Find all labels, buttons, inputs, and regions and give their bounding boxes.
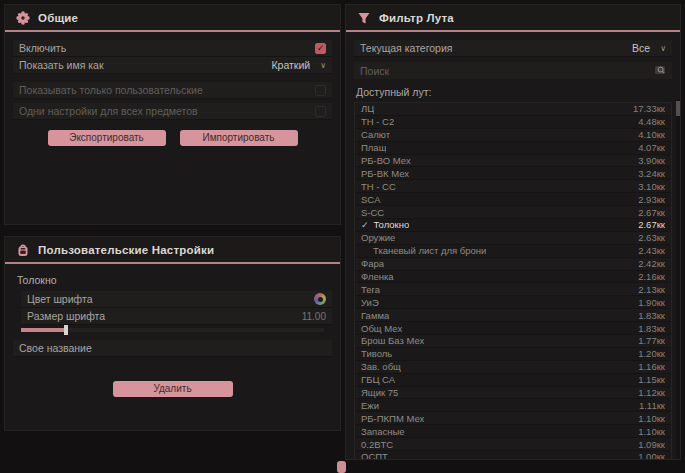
user-settings-title: Пользовательские Настройки — [38, 244, 214, 256]
loot-item-name: S-СС — [361, 207, 384, 218]
category-value: Все — [632, 42, 650, 54]
loot-item-value: 1.11кк — [639, 400, 665, 411]
loot-item-row[interactable]: Брош Баз Мех1.77кк — [355, 335, 671, 348]
same-settings-label: Одни настройки для всех предметов — [19, 105, 198, 117]
loot-item-name: Оружие — [361, 232, 395, 243]
loot-item-name: SCA — [361, 194, 381, 205]
loot-item-row[interactable]: Плащ4.07кк — [355, 142, 671, 155]
gear-icon — [15, 10, 30, 25]
loot-item-value: 1.77кк — [638, 335, 665, 346]
chevron-down-icon: ∨ — [320, 61, 326, 70]
font-size-slider[interactable] — [21, 328, 324, 332]
loot-list: ЛЦ17.33ккТН - С24.48ккСалют4.10ккПлащ4.0… — [354, 102, 672, 460]
loot-item-value: 1.83кк — [638, 323, 665, 334]
loot-item-row[interactable]: Тега2.13кк — [355, 283, 671, 296]
loot-item-row[interactable]: РБ-ПКПМ Мех1.10кк — [355, 412, 671, 425]
available-loot-label: Доступный лут: — [356, 86, 670, 98]
loot-item-value: 1.12кк — [638, 387, 665, 398]
loot-item-name: РБ-ПКПМ Мех — [361, 413, 424, 424]
loot-list-scrollbar[interactable] — [676, 99, 680, 460]
loot-item-name: Гамма — [361, 310, 389, 321]
loot-item-row[interactable]: ЛЦ17.33кк — [355, 103, 671, 116]
loot-item-value: 1.10кк — [638, 413, 665, 424]
loot-item-value: 1.09кк — [638, 439, 665, 450]
selected-item-label: Толокно — [17, 274, 328, 286]
general-settings-panel: Общие Включить ✓ Показать имя как Кратки… — [4, 4, 341, 225]
loot-item-row[interactable]: Зав. общ1.16кк — [355, 361, 671, 374]
enable-checkbox[interactable]: ✓ — [315, 43, 326, 54]
window-resize-handle[interactable] — [337, 461, 346, 473]
check-icon: ✓ — [361, 220, 369, 230]
show-name-as-row: Показать имя как Краткий ∨ — [13, 57, 332, 74]
loot-item-value: 2.43кк — [638, 245, 665, 256]
loot-item-row[interactable]: SCA2.93кк — [355, 193, 671, 206]
loot-item-value: 2.67кк — [638, 207, 665, 218]
show-name-as-label: Показать имя как — [19, 59, 104, 71]
show-name-as-value: Краткий — [271, 59, 310, 71]
loot-item-name: РБ-ВК Мех — [361, 168, 409, 179]
category-select[interactable]: Все ∨ — [632, 42, 666, 54]
scrollbar-thumb[interactable] — [676, 101, 680, 116]
loot-item-row[interactable]: S-СС2.67кк — [355, 206, 671, 219]
loot-item-name: Тега — [361, 284, 380, 295]
loot-item-row[interactable]: 0.2BTC1.09кк — [355, 438, 671, 451]
loot-item-row[interactable]: Фара2.42кк — [355, 258, 671, 271]
only-custom-label: Показывать только пользовательские — [19, 84, 203, 96]
loot-item-value: 17.33кк — [633, 103, 665, 114]
search-placeholder: Поиск — [360, 65, 389, 77]
font-size-value: 11.00 — [302, 311, 326, 322]
loot-item-row[interactable]: УиЭ1.90кк — [355, 296, 671, 309]
loot-item-row[interactable]: ОСПТ1.00кк — [355, 451, 671, 460]
export-button[interactable]: Экспортировать — [48, 130, 166, 146]
loot-item-row[interactable]: ГБЦ СА1.15кк — [355, 374, 671, 387]
loot-item-row[interactable]: ТН - С24.48кк — [355, 116, 671, 129]
loot-item-value: 1.83кк — [638, 310, 665, 321]
custom-name-row[interactable]: Свое название — [13, 340, 332, 357]
loot-item-row[interactable]: Салют4.10кк — [355, 129, 671, 142]
loot-item-row[interactable]: Гамма1.83кк — [355, 309, 671, 322]
loot-item-row[interactable]: Общ Мех1.83кк — [355, 322, 671, 335]
font-size-label: Размер шрифта — [27, 310, 105, 322]
loot-item-row[interactable]: Ежи1.11кк — [355, 399, 671, 412]
font-size-row: Размер шрифта 11.00 — [21, 308, 332, 325]
loot-item-row[interactable]: Фленка2.16кк — [355, 271, 671, 284]
loot-item-row[interactable]: ТН - СС3.10кк — [355, 180, 671, 193]
loot-item-row[interactable]: Тиволь1.20кк — [355, 348, 671, 361]
general-panel-header: Общие — [5, 5, 340, 32]
loot-item-name: ✓Толокно — [361, 219, 409, 230]
loot-item-row[interactable]: РБ-ВО Мех3.90кк — [355, 155, 671, 168]
loot-item-value: 1.20кк — [638, 348, 665, 359]
loot-item-name: 0.2BTC — [361, 439, 393, 450]
loot-item-row[interactable]: Запасные1.10кк — [355, 425, 671, 438]
loot-item-name: ГБЦ СА — [361, 374, 395, 385]
search-input[interactable]: Поиск — [354, 62, 672, 79]
slider-knob[interactable] — [64, 325, 68, 335]
show-name-as-select[interactable]: Краткий ∨ — [271, 59, 326, 71]
loot-item-value: 3.10кк — [638, 181, 665, 192]
delete-button[interactable]: Удалить — [113, 381, 233, 397]
loot-item-row[interactable]: ✓Толокно2.67кк — [355, 219, 671, 232]
only-custom-row: Показывать только пользовательские — [13, 82, 332, 99]
loot-item-value: 1.10кк — [638, 426, 665, 437]
loot-item-name: ТН - С2 — [361, 116, 394, 127]
font-color-row: Цвет шрифта — [21, 291, 332, 308]
funnel-icon — [356, 10, 371, 25]
loot-item-row[interactable]: Оружие2.63кк — [355, 232, 671, 245]
import-button[interactable]: Импортировать — [180, 130, 298, 146]
same-settings-checkbox[interactable] — [315, 106, 326, 117]
loot-item-name: РБ-ВО Мех — [361, 155, 411, 166]
loot-item-name: Фара — [361, 258, 384, 269]
loot-item-value: 4.07кк — [638, 142, 665, 153]
loot-item-name: Ящик 75 — [361, 387, 398, 398]
loot-item-name: ТН - СС — [361, 181, 396, 192]
loot-item-row[interactable]: РБ-ВК Мех3.24кк — [355, 167, 671, 180]
only-custom-checkbox[interactable] — [315, 85, 326, 96]
color-wheel-icon[interactable] — [314, 293, 326, 305]
loot-item-value: 3.24кк — [638, 168, 665, 179]
loot-item-name: Запасные — [361, 426, 405, 437]
loot-item-row[interactable]: Тканевый лист для брони2.43кк — [355, 245, 671, 258]
slider-fill — [21, 328, 66, 332]
loot-item-name: УиЭ — [361, 297, 379, 308]
loot-filter-header: Фильтр Лута — [346, 5, 680, 32]
loot-item-row[interactable]: Ящик 751.12кк — [355, 387, 671, 400]
